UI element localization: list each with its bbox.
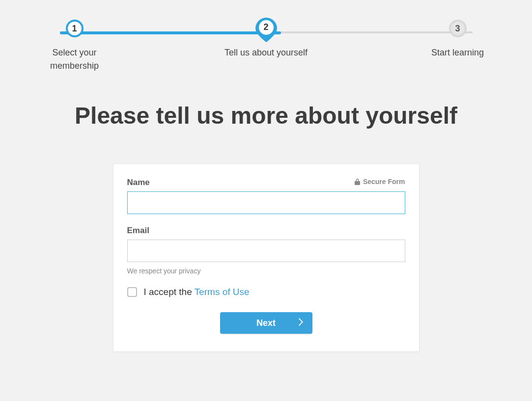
step-1-number: 1	[72, 24, 77, 34]
name-input[interactable]	[127, 191, 405, 214]
step-3-label: Start learning	[431, 46, 484, 59]
step-1: 1 Select your membership	[30, 20, 119, 73]
chevron-right-icon	[299, 318, 304, 328]
next-button[interactable]: Next	[220, 312, 312, 334]
step-2: 2 Tell us about yourself	[222, 20, 310, 59]
step-2-label: Tell us about yourself	[224, 46, 308, 59]
step-1-label: Select your membership	[30, 46, 119, 73]
step-2-marker: 2	[255, 18, 277, 39]
email-input[interactable]	[127, 240, 405, 262]
terms-checkbox[interactable]	[127, 287, 137, 297]
terms-label: I accept the Terms of Use	[144, 287, 250, 297]
step-2-number: 2	[263, 22, 268, 32]
step-1-circle: 1	[66, 20, 84, 37]
terms-prefix: I accept the	[144, 287, 195, 297]
signup-form-card: Name Secure Form Email We respect your p…	[113, 163, 420, 352]
step-3-number: 3	[455, 24, 460, 34]
terms-link[interactable]: Terms of Use	[195, 287, 250, 297]
progress-stepper: 1 Select your membership 2 Tell us about…	[30, 20, 502, 73]
lock-icon	[355, 179, 360, 185]
step-3-circle: 3	[449, 20, 467, 37]
step-3: 3 Start learning	[414, 20, 502, 59]
secure-form-text: Secure Form	[363, 178, 405, 186]
next-button-label: Next	[256, 318, 276, 328]
email-label: Email	[127, 226, 405, 236]
secure-form-badge: Secure Form	[355, 178, 405, 186]
email-helper: We respect your privacy	[127, 267, 405, 275]
page-title: Please tell us more about yourself	[29, 102, 503, 129]
